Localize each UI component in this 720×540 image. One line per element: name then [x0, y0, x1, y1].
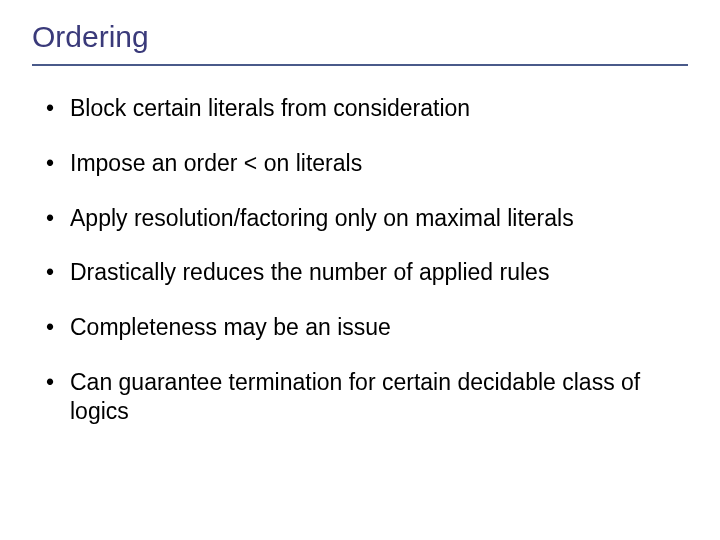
- title-divider: [32, 64, 688, 66]
- slide-title: Ordering: [32, 20, 688, 60]
- list-item: Impose an order < on literals: [46, 149, 688, 178]
- bullet-list: Block certain literals from consideratio…: [32, 94, 688, 425]
- list-item: Block certain literals from consideratio…: [46, 94, 688, 123]
- list-item: Completeness may be an issue: [46, 313, 688, 342]
- list-item: Can guarantee termination for certain de…: [46, 368, 688, 426]
- list-item: Apply resolution/factoring only on maxim…: [46, 204, 688, 233]
- list-item: Drastically reduces the number of applie…: [46, 258, 688, 287]
